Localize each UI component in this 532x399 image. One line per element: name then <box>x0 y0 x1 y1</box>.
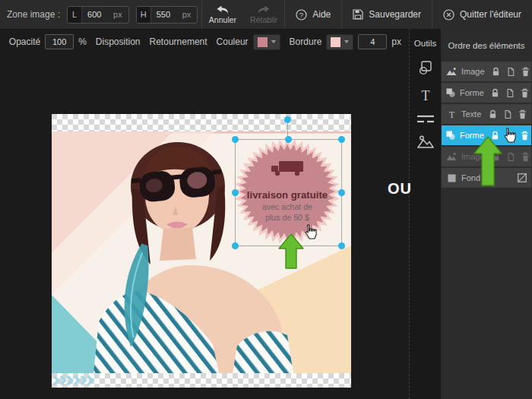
delete-icon[interactable] <box>521 131 529 141</box>
text-tool[interactable]: T <box>417 87 434 103</box>
zone-image-label: Zone image : <box>7 9 60 20</box>
height-field: H px <box>136 6 198 24</box>
shapes-icon <box>417 59 434 76</box>
disposition-menu[interactable]: Disposition <box>96 36 141 47</box>
resize-handle-ne[interactable] <box>338 136 345 143</box>
topbar-actions: Annuler Rétablir ? Aide Sauvegarde <box>201 0 532 29</box>
quit-icon <box>443 9 454 21</box>
border-color-swatch <box>331 37 340 47</box>
resize-handle-e[interactable] <box>338 189 345 196</box>
save-button[interactable]: Sauvegarder <box>342 0 432 29</box>
opacity-unit: % <box>78 36 87 47</box>
flip-menu[interactable]: Retournement <box>150 36 207 47</box>
lock-icon[interactable] <box>492 67 500 77</box>
duplicate-icon[interactable] <box>507 67 515 77</box>
or-label: OU <box>380 180 420 198</box>
layer-row-image-0[interactable]: Image <box>442 62 531 81</box>
image-editor-app: Zone image : L px H px Annuler <box>0 0 532 399</box>
width-input[interactable] <box>82 10 112 19</box>
undo-button[interactable]: Annuler <box>202 0 243 29</box>
layer-label: Texte <box>461 109 482 119</box>
color-picker-button[interactable] <box>253 34 280 50</box>
resize-handle-n[interactable] <box>285 136 292 143</box>
transparency-checker-top <box>52 114 351 131</box>
help-button[interactable]: ? Aide <box>285 0 341 29</box>
svg-text:?: ? <box>299 10 303 18</box>
shape-layer-icon <box>446 131 455 140</box>
height-input[interactable] <box>151 10 181 19</box>
chevron-down-icon <box>271 40 276 43</box>
transparency-checker-bottom <box>52 373 351 388</box>
element-properties-bar: Opacité % Disposition Retournement Coule… <box>0 33 401 50</box>
image-layer-icon <box>446 152 457 161</box>
green-arrow-annotation <box>473 136 502 186</box>
border-width-unit: px <box>391 36 401 47</box>
redo-button[interactable]: Rétablir <box>243 0 284 29</box>
quit-editor-button[interactable]: Quitter l'éditeur <box>432 0 532 29</box>
transparent-background-icon[interactable] <box>518 173 527 182</box>
green-arrow-annotation <box>278 233 304 269</box>
top-toolbar: Zone image : L px H px Annuler <box>0 0 532 30</box>
border-color-picker-button[interactable] <box>326 34 353 50</box>
width-field-key: L <box>68 7 82 23</box>
height-unit: px <box>181 10 198 19</box>
tools-title: Outils <box>414 39 436 48</box>
save-icon <box>353 9 363 20</box>
rotation-handle[interactable] <box>284 116 291 123</box>
duplicate-icon[interactable] <box>506 88 514 98</box>
width-field: L px <box>67 6 129 24</box>
opacity-input[interactable] <box>45 34 74 49</box>
tools-sidebar: Outils T <box>409 29 441 399</box>
resize-handle-nw[interactable] <box>232 136 239 143</box>
resize-handle-w[interactable] <box>232 189 239 196</box>
hand-cursor <box>302 224 318 240</box>
layer-row-texte-2[interactable]: TTexte <box>442 104 531 124</box>
zone-image-group: Zone image : L px H px <box>0 6 198 24</box>
resize-handle-se[interactable] <box>338 242 345 249</box>
lock-icon[interactable] <box>491 88 499 98</box>
resize-handle-sw[interactable] <box>232 242 239 249</box>
delete-icon[interactable] <box>521 88 529 98</box>
shapes-tool[interactable] <box>417 59 434 76</box>
lines-tool[interactable] <box>416 114 435 124</box>
lines-icon <box>416 114 435 124</box>
chevron-down-icon <box>344 40 349 43</box>
layer-row-forme-1[interactable]: Forme <box>442 83 531 103</box>
delete-icon[interactable] <box>521 67 530 77</box>
duplicate-icon[interactable] <box>507 152 515 162</box>
svg-text:T: T <box>449 110 454 119</box>
help-icon: ? <box>296 9 307 21</box>
lock-icon[interactable] <box>489 109 497 119</box>
svg-text:T: T <box>421 88 429 103</box>
layers-panel: Ordre des éléments ImageFormeTTexteForme… <box>441 29 532 399</box>
image-tool[interactable] <box>417 135 434 148</box>
color-swatch <box>258 37 268 47</box>
opacity-label: Opacité <box>9 36 40 47</box>
undo-icon <box>216 5 230 14</box>
text-icon: T <box>417 87 434 103</box>
delete-icon[interactable] <box>521 152 530 162</box>
duplicate-icon[interactable] <box>504 109 511 119</box>
height-field-key: H <box>137 7 151 23</box>
width-unit: px <box>112 10 128 19</box>
border-label: Bordure <box>290 36 322 47</box>
shape-layer-icon <box>446 88 455 97</box>
background-layer-icon <box>446 174 457 182</box>
delete-icon[interactable] <box>518 109 527 119</box>
canvas-area: livraison gratuite avec achat de plus de… <box>52 114 351 388</box>
color-label: Couleur <box>217 36 249 47</box>
layers-panel-title: Ordre des éléments <box>441 29 532 62</box>
image-layer-icon <box>446 67 457 76</box>
text-layer-icon: T <box>446 110 457 119</box>
hand-cursor <box>502 128 518 144</box>
chevrons-decoration <box>53 375 102 385</box>
layer-label: Image <box>461 67 485 76</box>
selection-box[interactable] <box>235 139 342 246</box>
image-icon <box>417 135 434 148</box>
border-width-input[interactable] <box>358 34 387 49</box>
layer-label: Forme <box>460 88 484 97</box>
redo-icon <box>257 5 271 14</box>
